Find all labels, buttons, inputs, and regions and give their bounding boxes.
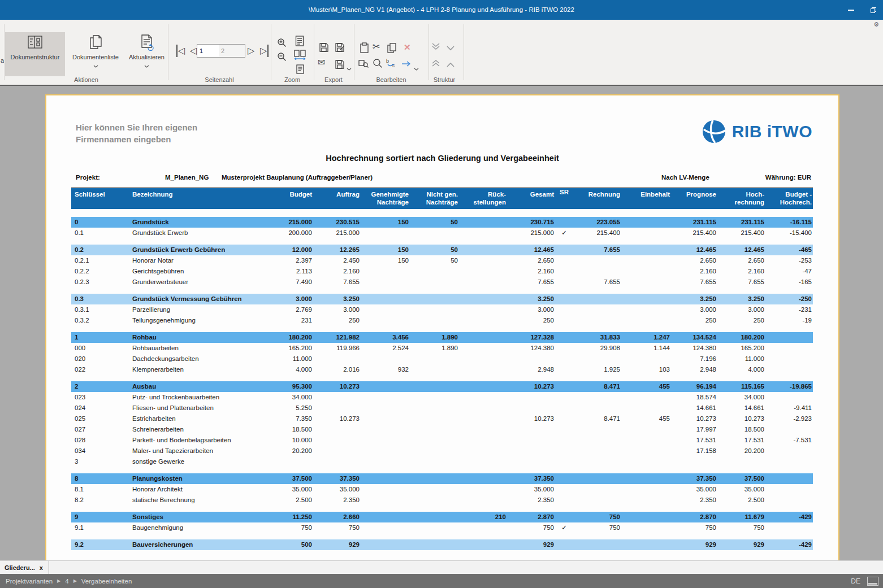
table-row-0.2.3: 0.2.3Grunderwerbsteuer7.4907.6557.6557.6… xyxy=(71,277,813,288)
column-header-11: Prognose xyxy=(671,188,717,209)
dokumentstruktur-button[interactable]: Dokumentstruktur xyxy=(5,32,65,76)
column-header-8: SR xyxy=(555,188,573,209)
ribbon-group-bearbeiten: ✂ ✕ bc Bearbeiten xyxy=(355,20,427,85)
breadcrumb-item-0[interactable]: Projektvarianten xyxy=(6,578,53,585)
table-row-9.1: 9.1Baugenehmigung750750750✓750750750 xyxy=(71,522,813,533)
aktualisieren-label: Aktualisieren xyxy=(129,54,165,60)
table-row-0.3.1: 0.3.1Parzellierung2.7693.0003.0003.0003.… xyxy=(71,304,813,315)
paste-icon[interactable] xyxy=(360,42,370,56)
title-bar: \Muster\M_Planen_NG V1 (Angebot) - 4 LPH… xyxy=(0,0,883,20)
spacer-row xyxy=(71,533,813,539)
breadcrumb: Projektvarianten▶4▶Vergabeeinheiten xyxy=(0,578,132,585)
dokumentenliste-label: Dokumentenliste xyxy=(72,54,119,60)
zoom-in-icon[interactable] xyxy=(277,38,287,50)
company-name-placeholder: Hier können Sie Ihren eigenen Firmenname… xyxy=(76,121,197,145)
save-report-icon[interactable] xyxy=(319,42,329,55)
expand-all-icon[interactable] xyxy=(431,42,441,53)
table-row-027: 027Schreinerarbeiten18.50017.99718.500 xyxy=(71,424,813,435)
previous-page-button[interactable]: ◁ xyxy=(190,45,197,57)
column-header-9: Rechnung xyxy=(573,188,621,209)
projection-table: SchlüsselBezeichnungBudgetAuftragGenehmi… xyxy=(71,188,813,550)
copy-icon[interactable] xyxy=(387,42,397,56)
group-label-seitenzahl: Seitenzahl xyxy=(168,76,270,83)
group-label-struktur: Struktur xyxy=(430,76,459,83)
next-page-button[interactable]: ▷ xyxy=(248,45,254,57)
goto-arrow-icon[interactable] xyxy=(401,59,411,71)
rib-itwo-logo: RIB iTWO xyxy=(702,119,812,144)
tab-close-icon[interactable]: x xyxy=(40,564,43,571)
refresh-document-icon xyxy=(138,32,155,53)
chevron-down-icon xyxy=(144,62,149,69)
cut-scissors-icon[interactable]: ✂ xyxy=(373,42,380,51)
table-row-9: 9Sonstiges11.2502.6602102.8707502.87011.… xyxy=(71,512,813,522)
table-row-3: 3sonstige Gewerke xyxy=(71,456,813,467)
ribbon-options-gear-icon[interactable]: ⚙ xyxy=(873,21,879,28)
save-as-icon[interactable] xyxy=(335,42,345,55)
collapse-level-icon[interactable] xyxy=(445,60,456,71)
column-header-1: Bezeichnung xyxy=(131,188,272,209)
menge-mode: Nach LV-Menge xyxy=(661,174,709,181)
svg-text:b: b xyxy=(386,58,389,64)
ribbon-toolbar: a ⚙ Dokumentstruktur Dokumentenliste Akt… xyxy=(0,20,883,86)
delete-icon[interactable]: ✕ xyxy=(404,42,411,53)
plugin-search-icon[interactable] xyxy=(358,58,369,71)
ribbon-group-aktionen: Dokumentstruktur Dokumentenliste Aktuali… xyxy=(5,20,167,85)
search-icon[interactable] xyxy=(373,58,383,71)
rib-logo-globe-icon xyxy=(702,119,726,144)
logo-text: RIB iTWO xyxy=(732,122,812,141)
breadcrumb-arrow-icon: ▶ xyxy=(57,578,60,583)
window-title: \Muster\M_Planen_NG V1 (Angebot) - 4 LPH… xyxy=(0,0,883,20)
chevron-down-icon[interactable] xyxy=(414,63,419,73)
single-page-view-icon[interactable] xyxy=(295,36,304,49)
table-row-0.3: 0.3Grundstück Vermessung Gebühren3.0003.… xyxy=(71,294,813,304)
expand-level-icon[interactable] xyxy=(445,43,456,54)
table-row-000: 000Rohbauarbeiten165.200119.9662.5241.89… xyxy=(71,343,813,354)
table-row-025: 025Estricharbeiten7.35010.27310.2738.471… xyxy=(71,413,813,424)
replace-icon[interactable]: bc xyxy=(386,58,397,70)
document-structure-icon xyxy=(27,32,44,53)
zoom-out-icon[interactable] xyxy=(277,52,287,64)
first-page-button[interactable]: ◁ xyxy=(176,45,185,57)
chevron-down-icon[interactable] xyxy=(347,63,352,73)
dokumentenliste-button[interactable]: Dokumentenliste xyxy=(68,32,123,76)
projekt-label: Projekt: xyxy=(76,174,100,181)
send-email-icon[interactable]: ✉ xyxy=(318,58,325,67)
two-page-fit-width-icon[interactable] xyxy=(294,50,306,62)
panel-layout-icon[interactable] xyxy=(867,577,878,586)
projekt-name: M_Planen_NG xyxy=(165,174,209,181)
current-page-input[interactable] xyxy=(197,45,219,57)
status-bar: Projektvarianten▶4▶Vergabeeinheiten DE xyxy=(0,574,883,588)
report-preview-area: Hier können Sie Ihren eigenen Firmenname… xyxy=(0,86,883,561)
restore-button[interactable] xyxy=(869,6,877,14)
ribbon-group-seitenzahl: ◁ ◁ ▷ ▷ Seitenzahl xyxy=(168,20,270,85)
breadcrumb-item-1[interactable]: 4 xyxy=(65,578,68,585)
collapse-all-icon[interactable] xyxy=(431,59,441,70)
table-row-022: 022Klempnerarbeiten4.0002.0169322.9481.9… xyxy=(71,364,813,375)
table-row-9.2: 9.2Bauversicherungen500929929929929-429 xyxy=(71,539,813,550)
last-page-button[interactable]: ▷ xyxy=(260,45,269,57)
window-controls xyxy=(847,0,877,20)
aktualisieren-button[interactable]: Aktualisieren xyxy=(126,32,167,76)
minimize-icon xyxy=(848,10,854,11)
currency-label: Währung: EUR xyxy=(765,174,811,181)
status-right: DE xyxy=(851,577,883,586)
chevron-down-icon xyxy=(93,62,98,69)
table-body: 0Grundstück215.000230.51515050230.715223… xyxy=(71,217,813,550)
table-row-0: 0Grundstück215.000230.51515050230.715223… xyxy=(71,217,813,228)
export-save-icon[interactable] xyxy=(335,59,345,72)
dokumentstruktur-label: Dokumentstruktur xyxy=(11,54,60,60)
tab-gliederung[interactable]: Gliederu... x xyxy=(0,561,49,574)
fit-page-icon[interactable] xyxy=(296,64,304,76)
table-row-0.3.2: 0.3.2Teilungsgenehmigung231250250250250-… xyxy=(71,315,813,326)
column-header-12: Hoch-rechnung xyxy=(717,188,765,209)
table-row-8.1: 8.1Honorar Architekt35.00035.00035.00035… xyxy=(71,484,813,495)
language-indicator: DE xyxy=(851,577,860,585)
minimize-button[interactable] xyxy=(847,6,855,14)
table-row-0.1: 0.1Grundstück Erwerb200.000215.000215.00… xyxy=(71,228,813,238)
group-label-aktionen: Aktionen xyxy=(5,76,167,83)
breadcrumb-item-2[interactable]: Vergabeeinheiten xyxy=(81,578,132,585)
table-row-023: 023Putz- und Trockenbauarbeiten34.00018.… xyxy=(71,392,813,403)
svg-text:c: c xyxy=(392,63,395,68)
report-page: Hier können Sie Ihren eigenen Firmenname… xyxy=(45,94,839,561)
report-title: Hochrechnung sortiert nach Gliederung un… xyxy=(46,154,838,163)
